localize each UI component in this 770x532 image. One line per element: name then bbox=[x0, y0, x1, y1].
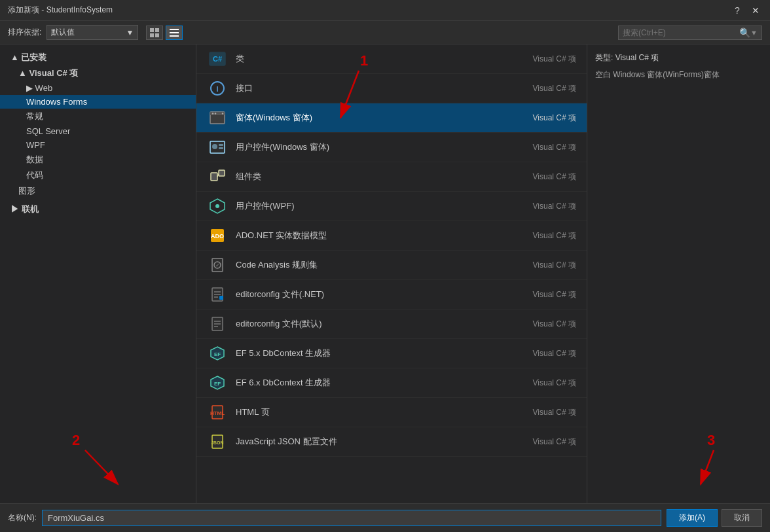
item-name-html: HTML 页 bbox=[236, 406, 525, 418]
item-name-ado: ADO.NET 实体数据模型 bbox=[236, 230, 525, 241]
item-name-ef5: EF 5.x DbContext 生成器 bbox=[236, 347, 525, 359]
titlebar-controls: ? ✕ bbox=[731, 4, 762, 17]
item-icon-ef6: EF bbox=[207, 372, 228, 393]
item-usercontrol-win[interactable]: 用户控件(Windows 窗体) Visual C# 项 bbox=[196, 133, 587, 162]
item-category-json: Visual C# 项 bbox=[533, 436, 576, 448]
view-toggle bbox=[146, 26, 183, 40]
sidebar-item-online[interactable]: ▶ 联机 bbox=[0, 202, 196, 217]
svg-text:EF: EF bbox=[214, 381, 221, 387]
item-name-interface: 接口 bbox=[236, 82, 525, 94]
item-ado[interactable]: ADO ADO.NET 实体数据模型 Visual C# 项 bbox=[196, 221, 587, 251]
item-icon-html: HTML bbox=[207, 402, 228, 423]
item-name-usercontrol-win: 用户控件(Windows 窗体) bbox=[236, 141, 525, 153]
item-category-usercontrol-win: Visual C# 项 bbox=[533, 142, 576, 153]
item-category-component: Visual C# 项 bbox=[533, 171, 576, 183]
search-icon[interactable]: 🔍 bbox=[739, 27, 750, 38]
item-json[interactable]: JSON JavaScript JSON 配置文件 Visual C# 项 bbox=[196, 427, 587, 457]
dialog-header: 排序依据: 默认值 ▼ 🔍 ▼ bbox=[0, 21, 770, 44]
item-icon-codeanalysis: ✓ bbox=[207, 255, 228, 275]
sidebar-item-tuxing[interactable]: 图形 bbox=[0, 183, 196, 199]
sidebar: ▲ 已安装 ▲ Visual C# 项 ▶ Web Windows Forms … bbox=[0, 44, 196, 503]
item-name-json: JavaScript JSON 配置文件 bbox=[236, 436, 525, 448]
svg-rect-6 bbox=[170, 35, 179, 37]
item-ef6[interactable]: EF EF 6.x DbContext 生成器 Visual C# 项 bbox=[196, 368, 587, 398]
item-category-ef6: Visual C# 项 bbox=[533, 378, 576, 389]
item-icon-form bbox=[207, 107, 228, 128]
item-category-html: Visual C# 项 bbox=[533, 407, 576, 418]
sidebar-item-web[interactable]: ▶ Web bbox=[0, 81, 196, 95]
close-button[interactable]: ✕ bbox=[749, 4, 762, 17]
item-icon-usercontrol-wpf bbox=[207, 196, 228, 217]
info-type: 类型: Visual C# 项 bbox=[595, 52, 762, 63]
item-icon-component bbox=[207, 166, 228, 187]
item-category-editorconfig-default: Visual C# 项 bbox=[533, 319, 576, 330]
svg-rect-19 bbox=[219, 147, 223, 149]
item-category-form: Visual C# 项 bbox=[533, 113, 576, 124]
svg-text:EF: EF bbox=[214, 351, 221, 357]
item-interface[interactable]: I 接口 Visual C# 项 bbox=[196, 74, 587, 103]
item-codeanalysis[interactable]: ✓ Code Analysis 规则集 Visual C# 项 bbox=[196, 251, 587, 280]
item-name-ef6: EF 6.x DbContext 生成器 bbox=[236, 377, 525, 389]
search-box: 🔍 ▼ bbox=[618, 26, 762, 40]
sort-label: 排序依据: bbox=[8, 27, 41, 38]
item-category-codeanalysis: Visual C# 项 bbox=[533, 260, 576, 271]
titlebar: 添加新项 - StudentInfoSystem ? ✕ bbox=[0, 0, 770, 21]
sidebar-item-visual-csharp[interactable]: ▲ Visual C# 项 bbox=[0, 65, 196, 81]
add-button[interactable]: 添加(A) bbox=[667, 509, 718, 527]
svg-text:✓: ✓ bbox=[215, 262, 220, 268]
svg-rect-0 bbox=[150, 28, 154, 32]
svg-rect-2 bbox=[150, 33, 154, 37]
sidebar-item-wpf[interactable]: WPF bbox=[0, 138, 196, 152]
item-category-usercontrol-wpf: Visual C# 项 bbox=[533, 201, 576, 212]
item-category-ado: Visual C# 项 bbox=[533, 230, 576, 241]
item-category-editorconfig-net: Visual C# 项 bbox=[533, 289, 576, 300]
item-name-component: 组件类 bbox=[236, 171, 525, 183]
sidebar-item-code[interactable]: 代码 bbox=[0, 168, 196, 183]
info-description: 空白 Windows 窗体(WinForms)窗体 bbox=[595, 69, 762, 80]
dialog-body: ▲ 已安装 ▲ Visual C# 项 ▶ Web Windows Forms … bbox=[0, 44, 770, 503]
svg-text:I: I bbox=[216, 85, 218, 93]
sort-dropdown[interactable]: 默认值 ▼ bbox=[46, 25, 138, 40]
dialog: 排序依据: 默认值 ▼ 🔍 ▼ bbox=[0, 21, 770, 532]
info-panel: 类型: Visual C# 项 空白 Windows 窗体(WinForms)窗… bbox=[587, 44, 770, 503]
svg-point-14 bbox=[215, 113, 216, 114]
sidebar-item-installed[interactable]: ▲ 已安装 bbox=[0, 50, 196, 65]
sidebar-item-sql[interactable]: SQL Server bbox=[0, 124, 196, 138]
item-name-form: 窗体(Windows 窗体) bbox=[236, 112, 525, 124]
dialog-footer: 名称(N): 添加(A) 取消 bbox=[0, 503, 770, 532]
name-label: 名称(N): bbox=[8, 512, 37, 523]
item-name-class: 类 bbox=[236, 53, 525, 65]
item-ef5[interactable]: EF EF 5.x DbContext 生成器 Visual C# 项 bbox=[196, 339, 587, 368]
name-input[interactable] bbox=[42, 510, 661, 526]
search-input[interactable] bbox=[623, 28, 739, 37]
sidebar-item-data[interactable]: 数据 bbox=[0, 152, 196, 168]
cancel-button[interactable]: 取消 bbox=[722, 509, 762, 527]
search-arrow-icon[interactable]: ▼ bbox=[750, 29, 758, 37]
item-icon-editorconfig-default bbox=[207, 313, 228, 334]
svg-point-15 bbox=[222, 113, 223, 114]
help-button[interactable]: ? bbox=[731, 4, 744, 17]
svg-text:C#: C# bbox=[213, 55, 222, 63]
item-class[interactable]: C# 类 Visual C# 项 bbox=[196, 44, 587, 74]
item-editorconfig-net[interactable]: editorconfig 文件(.NET) Visual C# 项 bbox=[196, 280, 587, 310]
item-editorconfig-default[interactable]: editorconfig 文件(默认) Visual C# 项 bbox=[196, 310, 587, 339]
grid-view-btn[interactable] bbox=[146, 26, 163, 40]
footer-buttons: 添加(A) 取消 bbox=[667, 509, 762, 527]
svg-rect-21 bbox=[219, 170, 225, 176]
item-usercontrol-wpf[interactable]: 用户控件(WPF) Visual C# 项 bbox=[196, 192, 587, 221]
item-form[interactable]: 窗体(Windows 窗体) Visual C# 项 bbox=[196, 103, 587, 133]
item-name-usercontrol-wpf: 用户控件(WPF) bbox=[236, 200, 525, 212]
item-html[interactable]: HTML HTML 页 Visual C# 项 bbox=[196, 398, 587, 427]
item-category-class: Visual C# 项 bbox=[533, 54, 576, 65]
svg-text:HTML: HTML bbox=[210, 410, 225, 416]
sidebar-item-winforms[interactable]: Windows Forms bbox=[0, 95, 196, 109]
item-category-ef5: Visual C# 项 bbox=[533, 348, 576, 359]
item-name-editorconfig-default: editorconfig 文件(默认) bbox=[236, 318, 525, 330]
sidebar-item-changgui[interactable]: 常规 bbox=[0, 109, 196, 124]
list-view-btn[interactable] bbox=[166, 26, 183, 40]
svg-rect-18 bbox=[219, 144, 223, 146]
item-component[interactable]: 组件类 Visual C# 项 bbox=[196, 162, 587, 192]
dialog-title: 添加新项 - StudentInfoSystem bbox=[8, 5, 731, 16]
svg-text:JSON: JSON bbox=[211, 440, 223, 445]
svg-rect-4 bbox=[170, 29, 179, 30]
